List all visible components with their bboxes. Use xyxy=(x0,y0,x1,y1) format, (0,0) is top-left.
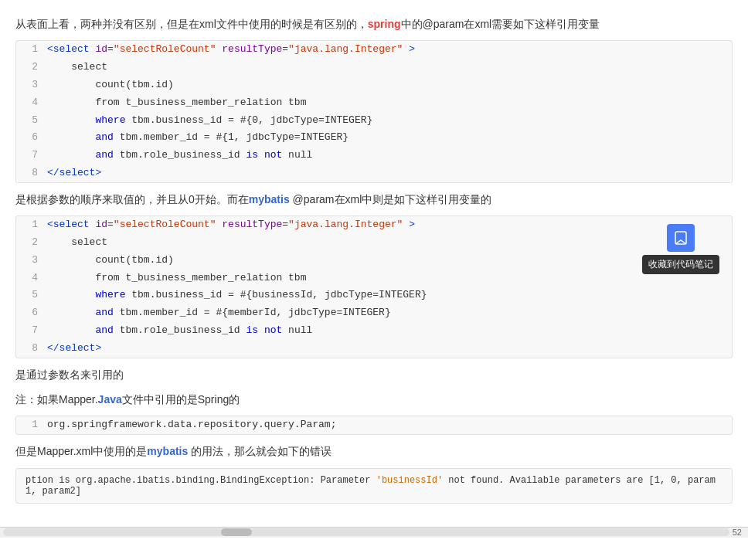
scrollbar-thumb[interactable] xyxy=(221,528,252,536)
intro2-text2: @param在xml中则是如下这样引用变量的 xyxy=(290,193,492,205)
error-param: 'businessId' xyxy=(376,475,443,486)
line-num: 6 xyxy=(16,130,47,146)
tooltip-wrapper: 收藏到代码笔记 xyxy=(642,224,719,274)
code-block-3: 1 org.springframework.data.repository.qu… xyxy=(15,416,733,435)
code-block-1: 1 <select id="selectRoleCount" resultTyp… xyxy=(15,40,733,182)
line-num: 8 xyxy=(16,165,47,182)
line-content: org.springframework.data.repository.quer… xyxy=(47,417,732,433)
intro2-text: 是根据参数的顺序来取值的，并且从0开始。而在mybatis @param在xml… xyxy=(15,191,733,208)
line-num: 6 xyxy=(16,305,47,321)
line-content: count(tbm.id) xyxy=(47,253,732,269)
error-block: ption is org.apache.ibatis.binding.Bindi… xyxy=(15,468,733,504)
intro4-text2: 文件中引用的是Spring的 xyxy=(122,393,240,406)
intro1-after: 中的@param在xml需要如下这样引用变量 xyxy=(401,18,600,30)
bookmark-icon xyxy=(673,230,688,246)
intro5-text2: 的用法，那么就会如下的错误 xyxy=(188,445,332,457)
line-num: 3 xyxy=(16,253,47,269)
line-num: 1 xyxy=(16,217,47,233)
line-num: 1 xyxy=(16,42,47,58)
line-content: </select> xyxy=(47,341,732,357)
intro3-text: 是通过参数名来引用的 xyxy=(15,366,733,383)
intro5-highlight: mybatis xyxy=(147,445,188,457)
line-num: 4 xyxy=(16,270,47,287)
line-num: 7 xyxy=(16,148,47,164)
intro4-text1: 注：如果Mapper. xyxy=(15,393,98,406)
intro1-highlight: spring xyxy=(368,18,401,30)
code-line: 1 org.springframework.data.repository.qu… xyxy=(16,416,732,434)
intro4-text: 注：如果Mapper.Java文件中引用的是Spring的 xyxy=(15,391,733,408)
code-line: 6 and tbm.member_id = #{memberId, jdbcTy… xyxy=(16,304,732,322)
intro4-highlight: Java xyxy=(98,393,122,406)
error-text-before: ption is org.apache.ibatis.binding.Bindi… xyxy=(26,475,376,486)
line-content: select xyxy=(47,59,732,76)
code-line: 3 count(tbm.id) xyxy=(16,76,732,94)
code-line: 8 </select> xyxy=(16,165,732,182)
tooltip-label: 收藏到代码笔记 xyxy=(642,255,719,274)
code-line: 4 from t_business_member_relation tbm xyxy=(16,94,732,112)
intro2-text1: 是根据参数的顺序来取值的，并且从0开始。而在 xyxy=(15,193,249,205)
line-num: 8 xyxy=(16,341,47,357)
intro2-highlight: mybatis xyxy=(249,193,290,205)
line-content: and tbm.member_id = #{1, jdbcType=INTEGE… xyxy=(47,130,732,146)
intro3-content: 是通过参数名来引用的 xyxy=(15,368,124,381)
line-content: and tbm.role_business_id is not null xyxy=(47,148,732,164)
code-line: 2 select xyxy=(16,59,732,76)
code-block-2: 1 <select id="selectRoleCount" resultTyp… xyxy=(15,216,733,358)
line-num: 2 xyxy=(16,59,47,76)
intro5-text1: 但是Mapper.xml中使用的是 xyxy=(15,445,147,457)
line-num: 2 xyxy=(16,235,47,251)
line-content: from t_business_member_relation tbm xyxy=(47,270,732,287)
intro5-text: 但是Mapper.xml中使用的是mybatis 的用法，那么就会如下的错误 xyxy=(15,443,733,460)
line-num: 5 xyxy=(16,287,47,304)
code-line: 5 where tbm.business_id = #{businessId, … xyxy=(16,287,732,304)
line-content: and tbm.role_business_id is not null xyxy=(47,323,732,339)
line-content: where tbm.business_id = #{businessId, jd… xyxy=(47,287,732,304)
line-num: 7 xyxy=(16,323,47,339)
line-content: </select> xyxy=(47,165,732,182)
line-num: 4 xyxy=(16,95,47,111)
code-line: 7 and tbm.role_business_id is not null xyxy=(16,322,732,340)
line-content: and tbm.member_id = #{memberId, jdbcType… xyxy=(47,305,732,321)
code-line: 1 <select id="selectRoleCount" resultTyp… xyxy=(16,216,732,234)
code-line: 5 where tbm.business_id = #{0, jdbcType=… xyxy=(16,112,732,130)
code-line: 2 select xyxy=(16,234,732,252)
scrollbar-track[interactable] xyxy=(3,528,729,536)
intro1-before: 从表面上看，两种并没有区别，但是在xml文件中使用的时候是有区别的， xyxy=(15,18,368,30)
line-num: 3 xyxy=(16,77,47,93)
line-content: count(tbm.id) xyxy=(47,77,732,93)
bottom-page-num: 52 xyxy=(733,528,748,537)
line-content: select xyxy=(47,235,732,251)
line-content: where tbm.business_id = #{0, jdbcType=IN… xyxy=(47,113,732,129)
code-line: 1 <select id="selectRoleCount" resultTyp… xyxy=(16,41,732,59)
line-content: <select id="selectRoleCount" resultType=… xyxy=(47,217,732,233)
line-num: 5 xyxy=(16,113,47,129)
code-line: 3 count(tbm.id) xyxy=(16,252,732,270)
code-line: 6 and tbm.member_id = #{1, jdbcType=INTE… xyxy=(16,129,732,147)
page-wrapper: 从表面上看，两种并没有区别，但是在xml文件中使用的时候是有区别的，spring… xyxy=(0,0,748,527)
intro1-text: 从表面上看，两种并没有区别，但是在xml文件中使用的时候是有区别的，spring… xyxy=(15,15,733,32)
code-line: 4 from t_business_member_relation tbm xyxy=(16,270,732,287)
line-content: <select id="selectRoleCount" resultType=… xyxy=(47,42,732,58)
code-line: 7 and tbm.role_business_id is not null xyxy=(16,147,732,165)
code-line: 8 </select> xyxy=(16,340,732,358)
line-content: from t_business_member_relation tbm xyxy=(47,95,732,111)
collect-button[interactable] xyxy=(667,224,695,252)
line-num: 1 xyxy=(16,417,47,433)
bottom-scrollbar[interactable]: 52 xyxy=(0,527,748,538)
